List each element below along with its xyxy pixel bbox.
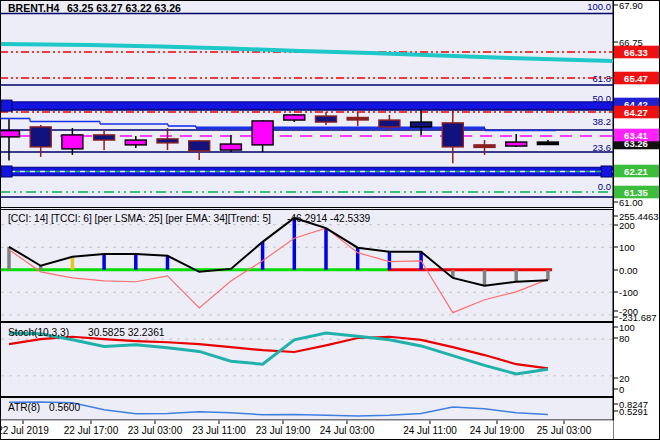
- candle-body: [189, 141, 210, 151]
- time-axis-label: 22 Jul 2019: [0, 425, 49, 436]
- time-axis-label: 25 Jul 03:00: [537, 425, 592, 436]
- candle-body: [506, 142, 527, 146]
- candle-body: [62, 135, 83, 149]
- cci-scale-label: 0.00: [619, 265, 638, 276]
- candle-body: [316, 116, 337, 122]
- stoch-indicator-title: Stoch(10,3,3): [8, 327, 69, 338]
- trendline-handle[interactable]: [1, 166, 12, 177]
- horizontal-trendline[interactable]: [0, 102, 613, 110]
- chart-canvas[interactable]: 100.061.850.038.223.60.067.9066.7561.006…: [0, 0, 660, 440]
- cci-scale-label: 100: [619, 242, 635, 253]
- stoch-scale-label: 80: [619, 333, 630, 344]
- time-axis-label: 23 Jul 19:00: [256, 425, 311, 436]
- price-badge-label: 65.47: [624, 73, 648, 84]
- time-axis-label: 23 Jul 03:00: [128, 425, 183, 436]
- time-axis-label: 22 Jul 17:00: [64, 425, 119, 436]
- candle-body: [379, 120, 400, 127]
- fibo-level-label: 38.2: [593, 116, 612, 127]
- cci-panel[interactable]: [1, 210, 614, 322]
- stoch-scale-label: 20: [619, 373, 630, 384]
- time-axis-label: 24 Jul 19:00: [470, 425, 525, 436]
- stoch-scale-label: 100: [619, 322, 635, 333]
- price-scale-label: 67.90: [619, 0, 643, 11]
- candle-body: [411, 122, 432, 127]
- price-badge-label: 66.33: [624, 47, 648, 58]
- candle-body: [442, 123, 463, 147]
- atr-indicator-title: ATR(8): [8, 402, 40, 413]
- time-axis-label: 24 Jul 11:00: [403, 425, 457, 436]
- stoch-scale-label: 0: [619, 384, 624, 395]
- time-axis-label: 24 Jul 03:00: [320, 425, 375, 436]
- price-badge-label: 61.35: [624, 187, 648, 198]
- candle-body: [537, 142, 558, 145]
- price-badge-label: 62.21: [624, 166, 648, 177]
- stoch-indicator-values: 30.5825 32.2361: [88, 327, 165, 338]
- atr-scale-label: 0.5291: [619, 406, 648, 417]
- candle-body: [125, 140, 146, 145]
- time-axis-label: 23 Jul 11:00: [192, 425, 246, 436]
- candle-body: [474, 145, 495, 148]
- fibo-level-label: 0.0: [598, 181, 611, 192]
- symbol-title: BRENT.H4: [8, 2, 60, 14]
- fibo-level-label: 23.6: [593, 142, 612, 153]
- price-badge-label: 63.41: [624, 130, 648, 141]
- atr-indicator-value: 0.5600: [49, 402, 80, 413]
- cci-indicator-title: [CCI: 14] [TCCI: 6] [per LSMA: 25] [per …: [8, 213, 271, 224]
- candle-body: [347, 117, 368, 120]
- price-badge-label: 64.27: [624, 107, 648, 118]
- candle-body: [284, 115, 305, 120]
- trendline-handle[interactable]: [601, 166, 612, 177]
- candle-body: [157, 139, 178, 143]
- cci-scale-label: 200: [619, 220, 635, 231]
- candle-body: [252, 121, 273, 145]
- atr-panel[interactable]: [1, 398, 614, 421]
- trading-terminal-window: 100.061.850.038.223.60.067.9066.7561.006…: [0, 0, 660, 440]
- candle-body: [30, 127, 51, 147]
- fibo-level-label: 100.0: [587, 1, 611, 12]
- trendline-handle[interactable]: [1, 100, 12, 111]
- cci-indicator-values: -46.2914 -42.5339: [287, 213, 371, 224]
- ohlc-values: 63.25 63.27 63.22 63.26: [67, 2, 181, 14]
- candle-body: [0, 131, 20, 137]
- candle-body: [220, 144, 241, 150]
- cci-scale-label: -100: [619, 287, 638, 298]
- candle-body: [94, 135, 115, 140]
